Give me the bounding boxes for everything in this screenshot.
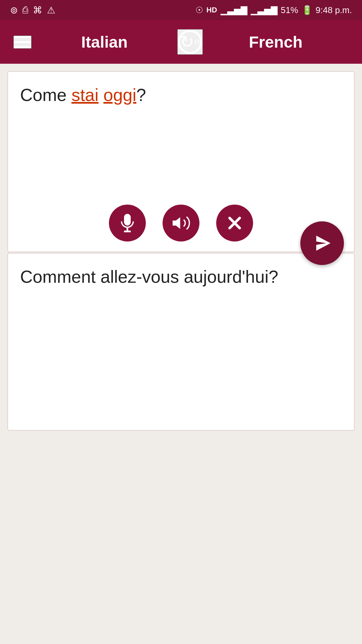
- status-icons-left: ⊚ ⎙ ⌘ ⚠: [10, 5, 55, 16]
- translate-button[interactable]: [300, 221, 344, 265]
- target-panel[interactable]: Comment allez-vous aujourd'hui?: [7, 253, 355, 431]
- swap-icon: [178, 30, 202, 54]
- source-text-part2: [99, 85, 103, 105]
- hd-icon: HD: [206, 6, 217, 14]
- signal2-icon: ▁▃▅▇: [251, 5, 278, 15]
- clear-button[interactable]: [216, 205, 253, 241]
- target-language-label[interactable]: French: [203, 33, 349, 51]
- source-panel[interactable]: Come stai oggi?: [7, 71, 355, 252]
- message-icon: ⎙: [22, 5, 28, 15]
- menu-button[interactable]: [13, 36, 32, 49]
- send-icon: [312, 233, 332, 253]
- source-text-stai: stai: [71, 85, 99, 105]
- target-text: Comment allez-vous aujourd'hui?: [8, 254, 354, 295]
- source-text-part3: ?: [136, 85, 146, 105]
- speaker-button[interactable]: [163, 205, 199, 241]
- source-text-part1: Come: [20, 85, 71, 105]
- main-content: Come stai oggi?: [0, 64, 362, 644]
- source-language-label[interactable]: Italian: [32, 33, 177, 51]
- svg-marker-2: [173, 217, 180, 229]
- clear-icon: [225, 213, 245, 233]
- swap-languages-button[interactable]: [177, 29, 203, 55]
- wifi-icon: ☉: [195, 5, 203, 15]
- battery-percent: 51%: [281, 5, 298, 15]
- signal1-icon: ▁▃▅▇: [221, 5, 247, 15]
- source-text: Come stai oggi?: [8, 72, 354, 113]
- image-icon: ⌘: [33, 5, 42, 16]
- speaker-icon: [171, 213, 191, 233]
- bottom-area: [0, 431, 362, 644]
- battery-icon: 🔋: [302, 5, 312, 15]
- microphone-button[interactable]: [109, 205, 146, 241]
- status-bar: ⊚ ⎙ ⌘ ⚠ ☉ HD ▁▃▅▇ ▁▃▅▇ 51% 🔋 9:48 p.m.: [0, 0, 362, 20]
- microphone-icon: [117, 213, 137, 233]
- toolbar: Italian French: [0, 20, 362, 64]
- warning-icon: ⚠: [47, 5, 55, 16]
- source-text-oggi: oggi: [104, 85, 136, 105]
- status-icons-right: ☉ HD ▁▃▅▇ ▁▃▅▇ 51% 🔋 9:48 p.m.: [195, 5, 352, 15]
- svg-marker-5: [316, 236, 331, 251]
- whatsapp-icon: ⊚: [10, 5, 18, 16]
- status-time: 9:48 p.m.: [316, 5, 352, 15]
